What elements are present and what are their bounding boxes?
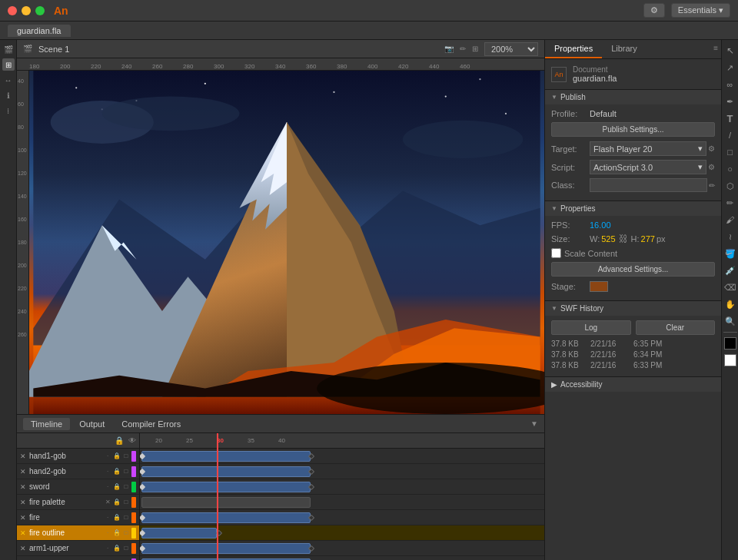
- px-label: px: [657, 234, 666, 244]
- publish-settings-button[interactable]: Publish Settings...: [551, 122, 715, 137]
- tab-library[interactable]: Library: [602, 40, 647, 58]
- film-icon[interactable]: 🎬: [2, 43, 15, 55]
- stage-color-picker[interactable]: [590, 281, 608, 292]
- stage-wrapper: 40 60 80 100 120 140 160 180 200 220 240…: [17, 71, 544, 414]
- panel-menu-button[interactable]: ≡: [710, 40, 721, 58]
- timeline-collapse[interactable]: ▼: [530, 419, 538, 428]
- hand-tool[interactable]: ✋: [723, 297, 737, 311]
- zoom-tool[interactable]: 🔍: [723, 314, 737, 328]
- swf-date-3: 2/21/16: [590, 361, 629, 369]
- brush-tool[interactable]: 🖌: [723, 213, 737, 227]
- layer-type-icon: ✕: [20, 452, 29, 460]
- lasso-tool[interactable]: ∞: [723, 78, 737, 91]
- zoom-select[interactable]: 200% 100% 50%: [484, 42, 538, 56]
- poly-tool[interactable]: ⬡: [723, 179, 737, 193]
- layer-lock-icon[interactable]: 🔒: [113, 452, 121, 459]
- svg-point-3: [204, 83, 206, 84]
- target-settings-icon[interactable]: ⚙: [708, 144, 715, 153]
- tab-properties[interactable]: Properties: [545, 40, 602, 58]
- svg-point-5: [445, 95, 447, 97]
- timeline-tabs: Timeline Output Compiler Errors ▼: [17, 415, 544, 433]
- rect-tool[interactable]: □: [723, 145, 737, 159]
- class-input[interactable]: [590, 178, 707, 192]
- scene-icon: 🎬: [23, 45, 32, 53]
- tab-output[interactable]: Output: [71, 418, 112, 430]
- tab-timeline[interactable]: Timeline: [23, 418, 70, 430]
- ruler-horizontal: 180 200 220 240 260 280 300 320 340 360 …: [17, 58, 544, 71]
- layer-color: [131, 497, 136, 508]
- script-value: ActionScript 3.0: [593, 163, 653, 172]
- swf-buttons-row: Log Clear: [551, 320, 715, 335]
- layer-arm1-upper[interactable]: ✕ arm1-upper · 🔒 □: [17, 541, 139, 556]
- chain-icon[interactable]: ⛓: [619, 234, 628, 244]
- timeline-tracks[interactable]: 20 25 30 35 40: [140, 433, 544, 560]
- properties-header[interactable]: ▼ Properties: [545, 201, 721, 216]
- pencil-tool[interactable]: ✏: [723, 196, 737, 210]
- stage[interactable]: [29, 71, 544, 414]
- layer-fire-palette[interactable]: ✕ fire palette ✕ 🔒 □: [17, 495, 139, 510]
- layer-fire[interactable]: ✕ fire · 🔒 □: [17, 510, 139, 525]
- document-info: An Document guardian.fla: [545, 59, 721, 90]
- eraser-tool[interactable]: ⌫: [723, 280, 737, 294]
- target-row: Target: Flash Player 20 ▾ ⚙: [551, 141, 715, 156]
- target-chevron: ▾: [698, 144, 703, 154]
- scale-checkbox[interactable]: [551, 248, 561, 258]
- swf-time-2: 6:34 PM: [633, 350, 668, 359]
- oval-tool[interactable]: ○: [723, 162, 737, 176]
- width-value: 525: [601, 234, 615, 244]
- doc-icon: An: [551, 67, 567, 82]
- fill-color-btn[interactable]: [724, 337, 736, 350]
- pen-tool[interactable]: ✒: [723, 94, 737, 108]
- select-tool[interactable]: ↖: [723, 44, 737, 58]
- layer-hand1-gob[interactable]: ✕ hand1-gob · 🔒 □: [17, 449, 139, 464]
- script-chevron: ▾: [698, 162, 703, 172]
- visibility-all-icon[interactable]: 👁: [128, 436, 136, 445]
- swf-entry-3: 37.8 KB 2/21/16 6:33 PM: [551, 361, 715, 369]
- swf-size-2: 37.8 KB: [551, 350, 586, 359]
- target-label: Target:: [551, 144, 590, 154]
- toolbar-divider: [723, 332, 737, 333]
- minimize-button[interactable]: [22, 6, 31, 15]
- layer-head-gob[interactable]: ✕ head-gob · 🔒 □: [17, 556, 139, 560]
- layer-sword[interactable]: ✕ sword · 🔒 □: [17, 479, 139, 495]
- layer-color: [131, 451, 136, 462]
- svg-point-1: [75, 87, 77, 88]
- log-button[interactable]: Log: [551, 320, 631, 335]
- class-edit-icon[interactable]: ✏: [709, 181, 715, 190]
- tab-compiler-errors[interactable]: Compiler Errors: [114, 418, 188, 430]
- document-tab[interactable]: guardian.fla: [8, 25, 71, 37]
- gear-button[interactable]: ⚙: [643, 3, 665, 18]
- close-button[interactable]: [8, 6, 17, 15]
- layer-eye-icon[interactable]: ·: [104, 452, 111, 459]
- maximize-button[interactable]: [35, 6, 45, 15]
- script-dropdown[interactable]: ActionScript 3.0 ▾: [590, 160, 706, 174]
- swf-date-2: 2/21/16: [590, 350, 629, 359]
- layer-hand2-gob[interactable]: ✕ hand2-gob · 🔒 □: [17, 464, 139, 479]
- publish-header[interactable]: ▼ Publish: [545, 90, 721, 104]
- layer-fire-outline[interactable]: ✕ fire outline · 🔒 □: [17, 525, 139, 541]
- bone-tool[interactable]: ≀: [723, 230, 737, 244]
- swf-history-header[interactable]: ▼ SWF History: [545, 301, 721, 316]
- info-icon[interactable]: ℹ: [2, 89, 15, 101]
- eyedropper-tool[interactable]: 💉: [723, 263, 737, 277]
- advanced-settings-button[interactable]: Advanced Settings...: [551, 262, 715, 277]
- text-tool[interactable]: T: [723, 111, 737, 125]
- layer-outline-icon[interactable]: □: [122, 452, 130, 459]
- line-tool[interactable]: /: [723, 128, 737, 142]
- publish-arrow: ▼: [551, 94, 557, 101]
- subselect-tool[interactable]: ↗: [723, 61, 737, 75]
- lock-all-icon[interactable]: 🔒: [115, 436, 124, 445]
- arrow-icon[interactable]: ↔: [2, 74, 15, 86]
- accessibility-label: Accessibility: [560, 380, 602, 389]
- script-settings-icon[interactable]: ⚙: [708, 163, 715, 171]
- scale-label: Scale Content: [564, 249, 617, 258]
- clear-button[interactable]: Clear: [636, 320, 716, 335]
- script-label: Script:: [551, 163, 590, 172]
- paint-bucket-tool[interactable]: 🪣: [723, 247, 737, 260]
- grid-icon[interactable]: ⊞: [2, 58, 15, 71]
- essentials-button[interactable]: Essentials ▾: [671, 3, 730, 18]
- stroke-color-btn[interactable]: [724, 354, 736, 366]
- dots-icon[interactable]: ⁞: [2, 104, 15, 117]
- accessibility-row[interactable]: ▶ Accessibility: [545, 377, 721, 392]
- target-dropdown[interactable]: Flash Player 20 ▾: [590, 141, 706, 156]
